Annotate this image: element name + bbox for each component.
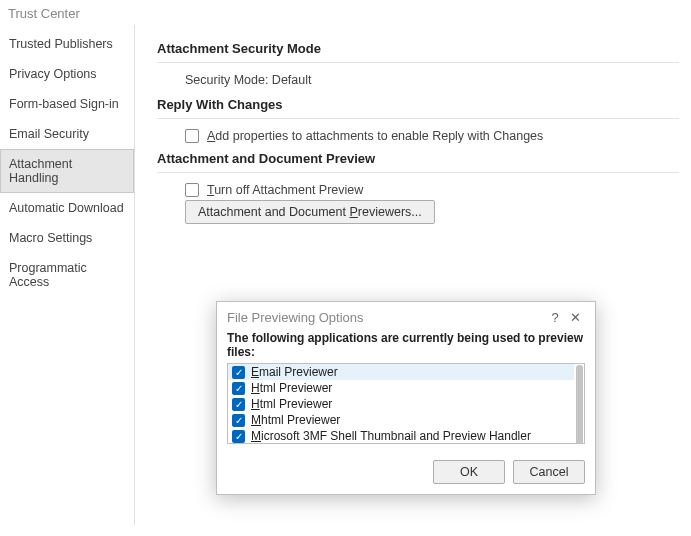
list-item[interactable]: ✓Html Previewer bbox=[228, 380, 574, 396]
sidebar-item-privacy-options[interactable]: Privacy Options bbox=[0, 59, 134, 89]
divider bbox=[157, 118, 679, 119]
dialog-instruction: The following applications are currently… bbox=[227, 331, 585, 359]
previewers-listbox[interactable]: ✓Email Previewer✓Html Previewer✓Html Pre… bbox=[227, 363, 585, 444]
cancel-button[interactable]: Cancel bbox=[513, 460, 585, 484]
ok-button[interactable]: OK bbox=[433, 460, 505, 484]
list-item-label: Mhtml Previewer bbox=[251, 413, 340, 427]
list-item[interactable]: ✓Html Previewer bbox=[228, 396, 574, 412]
list-item-label: Html Previewer bbox=[251, 381, 332, 395]
sidebar-item-macro-settings[interactable]: Macro Settings bbox=[0, 223, 134, 253]
scrollbar-thumb[interactable] bbox=[576, 365, 583, 444]
previewers-button[interactable]: Attachment and Document Previewers... bbox=[185, 200, 435, 224]
dialog-title: File Previewing Options bbox=[227, 310, 545, 325]
dialog-button-row: OK Cancel bbox=[217, 452, 595, 494]
sidebar-item-trusted-publishers[interactable]: Trusted Publishers bbox=[0, 29, 134, 59]
section-security-title: Attachment Security Mode bbox=[157, 41, 679, 56]
section-preview-title: Attachment and Document Preview bbox=[157, 151, 679, 166]
window-title: Trust Center bbox=[0, 0, 691, 25]
security-mode-row: Security Mode: Default bbox=[157, 73, 679, 87]
file-previewing-dialog: File Previewing Options ? ✕ The followin… bbox=[216, 301, 596, 495]
dialog-body: The following applications are currently… bbox=[217, 331, 595, 452]
turn-off-preview-label: Turn off Attachment Preview bbox=[207, 183, 363, 197]
sidebar-item-email-security[interactable]: Email Security bbox=[0, 119, 134, 149]
checkbox-icon[interactable]: ✓ bbox=[232, 382, 245, 395]
list-item[interactable]: ✓Email Previewer bbox=[228, 364, 574, 380]
security-mode-label: Security Mode: bbox=[185, 73, 268, 87]
sidebar-item-automatic-download[interactable]: Automatic Download bbox=[0, 193, 134, 223]
list-item-label: Email Previewer bbox=[251, 365, 338, 379]
dialog-titlebar: File Previewing Options ? ✕ bbox=[217, 302, 595, 331]
divider bbox=[157, 172, 679, 173]
checkbox-icon[interactable]: ✓ bbox=[232, 430, 245, 443]
checkbox-icon[interactable] bbox=[185, 183, 199, 197]
reply-changes-checkbox-row[interactable]: Add properties to attachments to enable … bbox=[157, 129, 679, 143]
list-item[interactable]: ✓Microsoft 3MF Shell Thumbnail and Previ… bbox=[228, 428, 574, 443]
section-reply-title: Reply With Changes bbox=[157, 97, 679, 112]
window-body: Trusted PublishersPrivacy OptionsForm-ba… bbox=[0, 25, 691, 536]
checkbox-icon[interactable] bbox=[185, 129, 199, 143]
turn-off-preview-checkbox-row[interactable]: Turn off Attachment Preview bbox=[157, 183, 679, 197]
list-item-label: Html Previewer bbox=[251, 397, 332, 411]
checkbox-icon[interactable]: ✓ bbox=[232, 414, 245, 427]
list-item-label: Microsoft 3MF Shell Thumbnail and Previe… bbox=[251, 429, 531, 443]
list-item[interactable]: ✓Mhtml Previewer bbox=[228, 412, 574, 428]
sidebar-item-attachment-handling[interactable]: Attachment Handling bbox=[0, 149, 134, 193]
help-icon[interactable]: ? bbox=[545, 310, 565, 325]
checkbox-icon[interactable]: ✓ bbox=[232, 398, 245, 411]
sidebar-item-programmatic-access[interactable]: Programmatic Access bbox=[0, 253, 134, 297]
security-mode-value: Default bbox=[272, 73, 312, 87]
reply-changes-label: Add properties to attachments to enable … bbox=[207, 129, 543, 143]
sidebar-item-form-based-sign-in[interactable]: Form-based Sign-in bbox=[0, 89, 134, 119]
sidebar: Trusted PublishersPrivacy OptionsForm-ba… bbox=[0, 25, 135, 525]
close-icon[interactable]: ✕ bbox=[565, 310, 585, 325]
trust-center-window: Trust Center Trusted PublishersPrivacy O… bbox=[0, 0, 691, 536]
divider bbox=[157, 62, 679, 63]
checkbox-icon[interactable]: ✓ bbox=[232, 366, 245, 379]
